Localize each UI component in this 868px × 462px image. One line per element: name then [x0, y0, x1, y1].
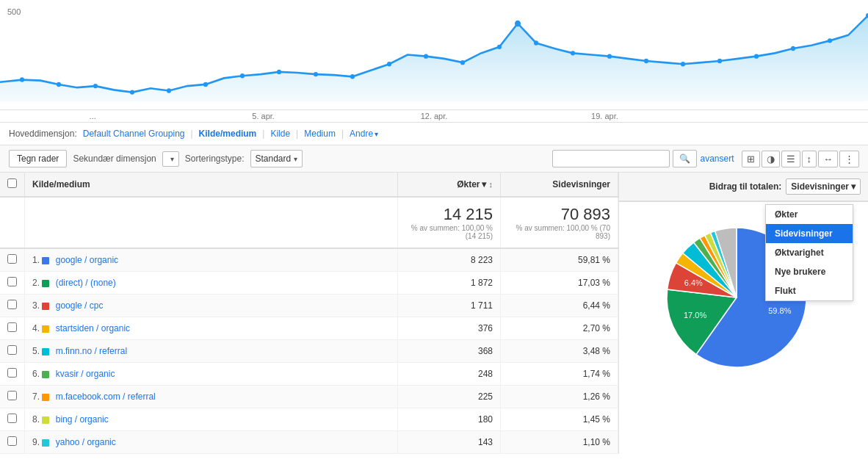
dim-kilde[interactable]: Kilde [270, 129, 290, 139]
row-checkbox[interactable] [7, 254, 17, 264]
pie-option-flukt[interactable]: Flukt [766, 281, 853, 300]
row-source-cell: 8. bing / organic [25, 408, 398, 431]
row-checkbox-cell [0, 408, 25, 431]
row-source-link[interactable]: (direct) / (none) [56, 278, 116, 288]
sessions-header-dropdown[interactable]: Økter ▾ [457, 179, 485, 190]
row-checkbox-cell [0, 386, 25, 408]
table-wrapper: Kilde/medium Økter ▾ ↕ Sidevisninger [0, 173, 868, 454]
dimension-label: Hoveddimensjon: [9, 129, 77, 139]
row-source-link[interactable]: startsiden / organic [56, 323, 130, 333]
row-checkbox[interactable] [7, 277, 17, 286]
row-source-link[interactable]: yahoo / organic [56, 437, 116, 447]
row-checkbox-cell [0, 340, 25, 363]
pie-dropdown[interactable]: Sidevisninger ▾ [786, 178, 861, 195]
search-button[interactable]: 🔍 [673, 150, 697, 167]
row-pageviews-pct: 17,03 % [578, 278, 610, 288]
th-checkbox [0, 173, 25, 197]
row-sessions-cell: 143 [398, 431, 501, 454]
row-sessions-value: 225 [478, 391, 493, 402]
summary-row: 14 215 % av summen: 100,00 % (14 215) 70… [0, 197, 618, 248]
pie-header: Bidrag til totalen: Sidevisninger ▾ Økte… [619, 173, 868, 202]
total-pageviews-pct: % av summen: 100,00 % (70 893) [508, 224, 610, 240]
row-checkbox[interactable] [7, 300, 17, 309]
row-color-dot [42, 371, 49, 378]
row-source-link[interactable]: bing / organic [56, 414, 109, 425]
row-checkbox[interactable] [7, 391, 17, 400]
row-sessions-value: 376 [478, 323, 493, 333]
table-row: 5. m.finn.no / referral 368 3,48 % [0, 340, 618, 363]
sekundar-arrow: ▾ [170, 155, 174, 163]
sessions-dropdown-arrow: ▾ [482, 179, 486, 190]
row-checkbox[interactable] [7, 368, 17, 378]
row-pageviews-cell: 6,44 % [501, 295, 618, 317]
table-row: 7. m.facebook.com / referral 225 1,26 % [0, 386, 618, 408]
pie-option-oktvarighet[interactable]: Øktvarighet [766, 243, 853, 262]
row-sessions-value: 180 [478, 414, 493, 425]
row-index: 4. [32, 323, 40, 333]
view-sort-v-button[interactable]: ↕ [802, 151, 817, 167]
row-sessions-value: 368 [478, 346, 493, 356]
view-pie-button[interactable]: ◑ [762, 151, 780, 167]
svg-point-5 [203, 82, 208, 87]
pie-option-nye-brukere[interactable]: Nye brukere [766, 262, 853, 281]
row-checkbox-cell [0, 431, 25, 454]
row-color-dot [42, 325, 49, 333]
svg-point-17 [607, 54, 612, 58]
row-source-link[interactable]: m.finn.no / referral [56, 346, 127, 356]
row-pageviews-pct: 1,45 % [583, 414, 610, 425]
svg-point-16 [571, 51, 575, 55]
view-grid-button[interactable]: ⊞ [742, 151, 760, 167]
sortering-dropdown[interactable]: Standard ▾ [250, 150, 303, 167]
view-sort-h-button[interactable]: ↔ [818, 151, 838, 167]
row-pageviews-pct: 1,74 % [583, 369, 610, 379]
svg-point-10 [387, 62, 391, 66]
svg-point-6 [240, 73, 245, 78]
row-source-link[interactable]: kvasir / organic [56, 369, 115, 379]
avansert-link[interactable]: avansert [700, 154, 734, 164]
table-row: 9. yahoo / organic 143 1,10 % [0, 431, 618, 454]
svg-point-3 [130, 90, 134, 94]
select-all-checkbox[interactable] [7, 178, 17, 188]
sekundar-dimensjon-dropdown[interactable]: ▾ [162, 151, 179, 167]
table-row: 6. kvasir / organic 248 1,74 % [0, 363, 618, 386]
dim-default-channel[interactable]: Default Channel Grouping [83, 129, 185, 139]
pie-selected-value: Sidevisninger [791, 181, 849, 192]
row-sessions-cell: 1 711 [398, 295, 501, 317]
tegn-rader-button[interactable]: Tegn rader [9, 150, 67, 167]
svg-point-19 [681, 62, 685, 66]
sortering-value: Standard [256, 154, 292, 164]
x-label-12apr: 12. apr. [349, 112, 519, 120]
row-pageviews-pct: 1,26 % [583, 391, 610, 402]
dim-andre-arrow: ▾ [375, 130, 378, 138]
row-checkbox[interactable] [7, 322, 17, 332]
svg-point-7 [277, 70, 281, 74]
sessions-sort-icon[interactable]: ↕ [489, 180, 493, 189]
row-pageviews-cell: 2,70 % [501, 317, 618, 340]
row-checkbox[interactable] [7, 345, 17, 355]
pie-option-sidevisninger[interactable]: Sidevisninger [766, 224, 853, 243]
row-color-dot [42, 394, 49, 401]
view-icons: ⊞ ◑ ☰ ↕ ↔ ⋮ [742, 151, 860, 167]
summary-checkbox-cell [0, 197, 25, 248]
row-source-link[interactable]: m.facebook.com / referral [56, 391, 156, 402]
search-input[interactable] [552, 150, 670, 167]
pie-dropdown-arrow: ▾ [851, 181, 856, 192]
x-label-end [690, 112, 861, 120]
row-source-link[interactable]: google / cpc [56, 300, 104, 311]
dim-medium[interactable]: Medium [304, 129, 336, 139]
row-index: 2. [32, 278, 40, 288]
view-list-button[interactable]: ☰ [781, 151, 800, 167]
row-index: 8. [32, 414, 40, 425]
row-checkbox[interactable] [7, 436, 17, 446]
row-pageviews-cell: 1,45 % [501, 408, 618, 431]
row-checkbox[interactable] [7, 414, 17, 423]
dim-kilde-medium[interactable]: Kilde/medium [199, 129, 257, 139]
dim-andre-dropdown[interactable]: Andre ▾ [350, 129, 378, 139]
view-more-button[interactable]: ⋮ [839, 151, 859, 167]
pie-option-okter[interactable]: Økter [766, 205, 853, 224]
svg-point-20 [717, 59, 722, 63]
row-source-link[interactable]: google / organic [56, 255, 118, 265]
chart-x-axis: ... 5. apr. 12. apr. 19. apr. [0, 110, 868, 123]
row-source-cell: 1. google / organic [25, 248, 398, 272]
row-index: 3. [32, 300, 40, 311]
